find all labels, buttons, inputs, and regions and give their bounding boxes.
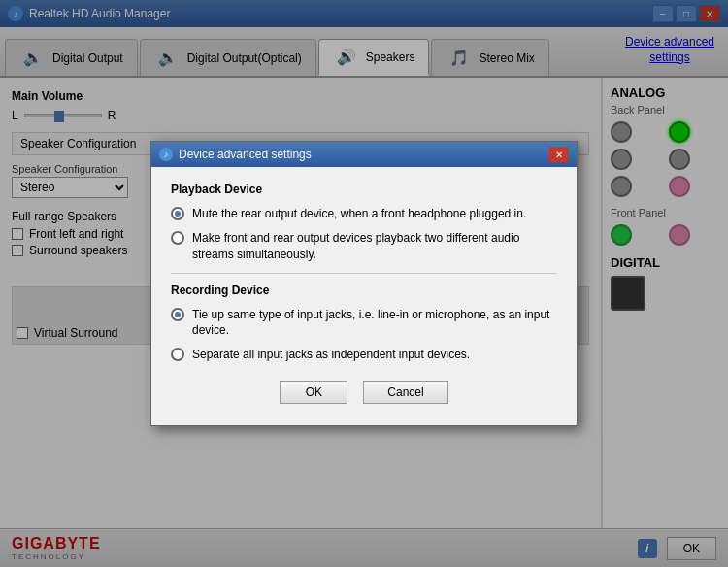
recording-option-1: Tie up same type of input jacks, i.e. li…: [171, 307, 557, 340]
modal-icon: ♪: [159, 148, 173, 161]
modal-close-button[interactable]: ✕: [549, 147, 569, 162]
playback-device-title: Playback Device: [171, 183, 557, 196]
modal-divider: [171, 273, 557, 274]
playback-label-1: Mute the rear output device, when a fron…: [192, 206, 526, 222]
playback-radio-2[interactable]: [171, 231, 184, 245]
modal-overlay: ♪ Device advanced settings ✕ Playback De…: [0, 0, 728, 567]
recording-radio-2[interactable]: [171, 348, 184, 361]
modal-titlebar: ♪ Device advanced settings ✕: [151, 142, 577, 167]
playback-radio-1[interactable]: [171, 207, 184, 220]
modal-ok-button[interactable]: OK: [280, 381, 347, 404]
recording-label-2: Separate all input jacks as independent …: [192, 347, 470, 363]
recording-label-1: Tie up same type of input jacks, i.e. li…: [192, 307, 557, 340]
playback-option-2: Make front and rear output devices playb…: [171, 230, 557, 263]
recording-radio-1[interactable]: [171, 308, 184, 321]
recording-device-title: Recording Device: [171, 284, 557, 297]
modal-body: Playback Device Mute the rear output dev…: [151, 167, 577, 425]
playback-label-2: Make front and rear output devices playb…: [192, 230, 557, 263]
recording-option-2: Separate all input jacks as independent …: [171, 347, 557, 363]
modal-dialog: ♪ Device advanced settings ✕ Playback De…: [150, 141, 578, 426]
modal-title: Device advanced settings: [179, 148, 549, 161]
modal-buttons: OK Cancel: [171, 371, 557, 410]
playback-option-1: Mute the rear output device, when a fron…: [171, 206, 557, 222]
modal-cancel-button[interactable]: Cancel: [363, 381, 447, 404]
